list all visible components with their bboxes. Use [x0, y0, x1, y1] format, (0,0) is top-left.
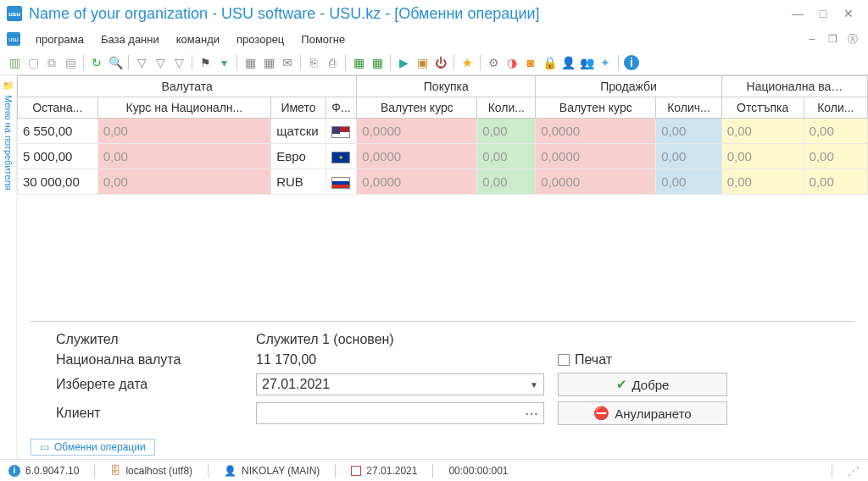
- tb-excel2-icon[interactable]: ▦: [370, 55, 385, 70]
- ok-button[interactable]: ✔ Добре: [558, 373, 727, 396]
- col-group-sell[interactable]: Продажби: [536, 76, 722, 97]
- cell-qty2[interactable]: 0,00: [804, 119, 867, 144]
- menu-commands[interactable]: команди: [170, 30, 226, 49]
- tb-users-icon[interactable]: 👥: [579, 55, 594, 70]
- tb-copy-icon[interactable]: ⧉: [44, 55, 59, 70]
- cell-rest[interactable]: 6 550,00: [18, 119, 98, 144]
- menu-program[interactable]: програма: [29, 30, 91, 49]
- col-buy-qty[interactable]: Коли...: [477, 97, 536, 119]
- tb-image-icon[interactable]: ▾: [216, 55, 231, 70]
- cell-discount[interactable]: 0,00: [721, 119, 804, 144]
- tb-info-icon[interactable]: i: [624, 55, 639, 70]
- tb-color-icon[interactable]: ◑: [504, 55, 520, 70]
- cell-sell-qty[interactable]: 0,00: [656, 144, 721, 169]
- col-group-buy[interactable]: Покупка: [357, 76, 536, 97]
- tb-filter3-icon[interactable]: ▽: [171, 55, 186, 70]
- col-discount[interactable]: Отстъпка: [721, 97, 804, 119]
- cell-buy-qty[interactable]: 0,00: [477, 144, 536, 169]
- col-group-currency[interactable]: Валутата: [18, 76, 357, 97]
- cell-flag[interactable]: [326, 169, 357, 195]
- cell-name[interactable]: щатски: [271, 119, 326, 144]
- menu-help[interactable]: Помогне: [294, 30, 352, 49]
- tb-star-icon[interactable]: ★: [459, 55, 475, 70]
- cell-sell-rate[interactable]: 0,0000: [536, 169, 656, 195]
- cell-rest[interactable]: 30 000,00: [18, 169, 98, 195]
- client-picker[interactable]: ⋯: [256, 402, 544, 424]
- tb-print-icon[interactable]: ⎙: [325, 55, 340, 70]
- tb-lock-icon[interactable]: 🔒: [542, 55, 557, 70]
- tb-open-icon[interactable]: ▢: [25, 55, 41, 70]
- cell-flag[interactable]: [326, 119, 357, 144]
- close-button[interactable]: ✕: [836, 5, 861, 22]
- tb-grid-icon[interactable]: ▦: [242, 55, 258, 70]
- date-combo[interactable]: 27.01.2021 ▼: [256, 373, 544, 395]
- col-qty2[interactable]: Коли...: [804, 97, 867, 119]
- cell-name[interactable]: RUB: [271, 169, 326, 195]
- mdi-restore-button[interactable]: ❐: [824, 32, 841, 46]
- status-version: 6.0.9047.10: [25, 465, 79, 477]
- cell-sell-qty[interactable]: 0,00: [656, 169, 721, 195]
- tb-flag-icon[interactable]: ⚑: [198, 55, 213, 70]
- tb-exit-icon[interactable]: ⏻: [433, 55, 448, 70]
- document-tab-label: Обменни операции: [54, 441, 146, 453]
- document-tab[interactable]: ▭ Обменни операции: [31, 439, 155, 456]
- table-row[interactable]: 5 000,000,00Евро0,00000,000,00000,000,00…: [18, 144, 868, 169]
- col-name[interactable]: Името: [271, 97, 326, 119]
- tb-gear-icon[interactable]: ⚙: [486, 55, 501, 70]
- tb-new-icon[interactable]: ▥: [7, 55, 22, 70]
- col-natrate[interactable]: Курс на Националн...: [97, 97, 270, 119]
- cell-buy-rate[interactable]: 0,0000: [357, 169, 477, 195]
- cell-sell-qty[interactable]: 0,00: [656, 119, 721, 144]
- col-rest[interactable]: Остана...: [18, 97, 98, 119]
- cancel-button[interactable]: ⛔ Анулирането: [558, 401, 727, 425]
- table-row[interactable]: 6 550,000,00щатски0,00000,000,00000,000,…: [18, 119, 868, 144]
- print-checkbox[interactable]: Печат: [558, 352, 727, 368]
- tb-export-icon[interactable]: ⎘: [306, 55, 321, 70]
- menu-database[interactable]: База данни: [94, 30, 166, 49]
- table-row[interactable]: 30 000,000,00RUB0,00000,000,00000,000,00…: [18, 169, 868, 195]
- tb-screen-icon[interactable]: ▣: [415, 55, 430, 70]
- cell-natrate[interactable]: 0,00: [97, 119, 270, 144]
- tb-search-icon[interactable]: 🔍: [108, 55, 123, 70]
- tb-filter-icon[interactable]: ▽: [134, 55, 149, 70]
- tb-rss-icon[interactable]: ◙: [523, 55, 538, 70]
- menu-window[interactable]: прозорец: [230, 30, 291, 49]
- mdi-close-button[interactable]: ⓧ: [844, 32, 861, 46]
- col-group-national[interactable]: Национална ва…: [721, 76, 867, 97]
- cell-discount[interactable]: 0,00: [721, 169, 804, 195]
- maximize-button[interactable]: □: [810, 5, 836, 22]
- col-sell-rate[interactable]: Валутен курс: [536, 97, 656, 119]
- cell-natrate[interactable]: 0,00: [97, 169, 270, 195]
- cell-sell-rate[interactable]: 0,0000: [536, 119, 656, 144]
- col-buy-rate[interactable]: Валутен курс: [357, 97, 477, 119]
- cell-name[interactable]: Евро: [271, 144, 326, 169]
- currency-grid[interactable]: Валутата Покупка Продажби Национална ва……: [17, 75, 868, 195]
- tb-save-icon[interactable]: ▤: [63, 55, 78, 70]
- mdi-minimize-button[interactable]: –: [804, 32, 821, 46]
- cell-natrate[interactable]: 0,00: [97, 144, 270, 169]
- side-tab-label: Меню на потребителя: [3, 95, 14, 191]
- tb-grid2-icon[interactable]: ▦: [261, 55, 276, 70]
- cell-buy-rate[interactable]: 0,0000: [357, 119, 477, 144]
- col-sell-qty[interactable]: Колич...: [656, 97, 721, 119]
- cell-buy-rate[interactable]: 0,0000: [357, 144, 477, 169]
- cell-buy-qty[interactable]: 0,00: [477, 119, 536, 144]
- tb-run-icon[interactable]: ▶: [396, 55, 411, 70]
- minimize-button[interactable]: —: [785, 5, 810, 22]
- resize-grip-icon[interactable]: ⋰: [848, 464, 860, 478]
- tb-filter2-icon[interactable]: ▽: [153, 55, 168, 70]
- tb-refresh-icon[interactable]: ↻: [89, 55, 104, 70]
- tb-mail-icon[interactable]: ✉: [280, 55, 295, 70]
- cell-flag[interactable]: [326, 144, 357, 169]
- cell-qty2[interactable]: 0,00: [804, 144, 867, 169]
- cell-discount[interactable]: 0,00: [721, 144, 804, 169]
- cell-rest[interactable]: 5 000,00: [18, 144, 98, 169]
- side-tab-user-menu[interactable]: 📁 Меню на потребителя: [0, 75, 17, 459]
- cell-buy-qty[interactable]: 0,00: [477, 169, 536, 195]
- tb-user-icon[interactable]: 👤: [560, 55, 576, 70]
- cell-qty2[interactable]: 0,00: [804, 169, 867, 195]
- cell-sell-rate[interactable]: 0,0000: [536, 144, 656, 169]
- tb-excel-icon[interactable]: ▦: [351, 55, 366, 70]
- col-flag[interactable]: Ф...: [326, 97, 357, 119]
- tb-wand-icon[interactable]: ✦: [598, 55, 613, 70]
